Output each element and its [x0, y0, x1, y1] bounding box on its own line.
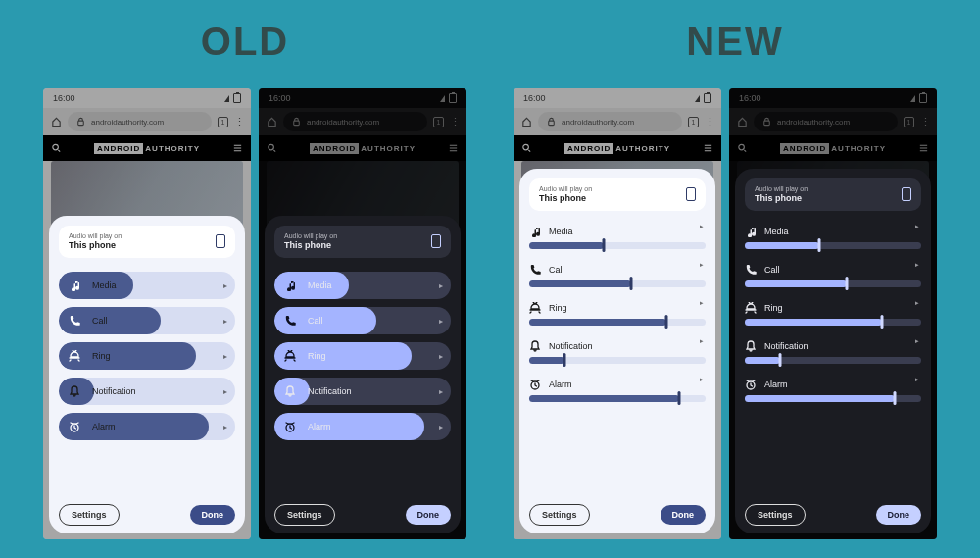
volume-slider-media[interactable]: Media ▸	[529, 226, 706, 249]
audio-output-label: Audio will play on	[539, 184, 592, 193]
volume-slider-call[interactable]: Call ▸	[59, 307, 235, 334]
volume-slider-notification[interactable]: Notification ▸	[59, 378, 235, 405]
slider-label: Notification	[764, 341, 808, 351]
volume-slider-alarm[interactable]: Alarm ▸	[59, 413, 235, 440]
chevron-right-icon: ▸	[223, 316, 227, 325]
phone-mock-new-light: 16:00 androidauthority.com 1 ⋮ ANDROIDAU…	[514, 88, 721, 539]
ring-icon	[284, 350, 296, 362]
slider-label: Alarm	[549, 380, 572, 389]
phone-mock-new-dark: 16:00 androidauthority.com 1 ⋮ ANDROIDAU…	[729, 88, 937, 539]
volume-slider-ring[interactable]: Ring ▸	[274, 342, 451, 370]
done-button[interactable]: Done	[876, 505, 922, 525]
phone-icon	[529, 264, 541, 276]
chevron-right-icon: ▸	[700, 261, 704, 269]
done-button[interactable]: Done	[661, 505, 707, 525]
volume-slider-ring[interactable]: Ring ▸	[745, 302, 921, 326]
audio-output-device: This phone	[539, 193, 592, 205]
done-button[interactable]: Done	[190, 505, 236, 525]
settings-button[interactable]: Settings	[59, 504, 120, 526]
chevron-right-icon: ▸	[700, 223, 704, 230]
music-note-icon	[284, 279, 296, 291]
slider-label: Ring	[549, 303, 567, 313]
phone-mock-old-light: 16:00 androidauthority.com 1 ⋮ ANDROIDAU…	[43, 88, 251, 539]
alarm-icon	[745, 379, 757, 390]
chevron-right-icon: ▸	[439, 316, 443, 325]
phone-icon	[69, 315, 80, 327]
chevron-right-icon: ▸	[915, 376, 919, 383]
heading-old: OLD	[0, 20, 490, 64]
volume-slider-ring[interactable]: Ring ▸	[529, 302, 706, 326]
slider-label: Media	[764, 227, 789, 236]
chevron-right-icon: ▸	[915, 337, 919, 345]
chevron-right-icon: ▸	[439, 351, 443, 360]
audio-output-card[interactable]: Audio will play on This phone	[274, 226, 451, 258]
slider-label: Notification	[549, 341, 593, 351]
settings-button[interactable]: Settings	[745, 504, 806, 526]
music-note-icon	[529, 226, 541, 237]
volume-slider-notification[interactable]: Notification ▸	[274, 378, 451, 405]
volume-slider-call[interactable]: Call ▸	[529, 264, 706, 287]
phone-icon	[284, 315, 296, 327]
slider-label: Alarm	[764, 380, 788, 389]
volume-slider-notification[interactable]: Notification ▸	[745, 340, 921, 364]
audio-output-card[interactable]: Audio will play on This phone	[59, 226, 235, 258]
audio-output-card[interactable]: Audio will play on This phone	[745, 178, 921, 211]
volume-slider-alarm[interactable]: Alarm ▸	[274, 413, 451, 440]
alarm-icon	[69, 421, 80, 432]
chevron-right-icon: ▸	[439, 422, 443, 431]
settings-button[interactable]: Settings	[274, 504, 335, 526]
slider-label: Call	[764, 265, 780, 275]
group-new: 16:00 androidauthority.com 1 ⋮ ANDROIDAU…	[514, 88, 937, 539]
slider-label: Notification	[308, 386, 352, 396]
audio-output-device: This phone	[755, 193, 808, 205]
ring-icon	[529, 302, 541, 314]
volume-slider-call[interactable]: Call ▸	[274, 307, 451, 334]
phone-icon	[745, 264, 757, 276]
volume-panel: Audio will play on This phone Media ▸ Ca…	[49, 216, 245, 533]
slider-label: Call	[549, 265, 564, 275]
volume-panel: Audio will play on This phone Media ▸ Ca…	[735, 169, 931, 533]
bell-icon	[284, 385, 296, 397]
volume-slider-notification[interactable]: Notification ▸	[529, 340, 706, 364]
volume-slider-media[interactable]: Media ▸	[274, 272, 451, 299]
slider-label: Notification	[92, 386, 136, 396]
volume-slider-alarm[interactable]: Alarm ▸	[745, 379, 921, 402]
volume-slider-call[interactable]: Call ▸	[745, 264, 921, 287]
ring-icon	[745, 302, 757, 314]
done-button[interactable]: Done	[406, 505, 452, 525]
slider-label: Ring	[764, 303, 783, 313]
alarm-icon	[284, 421, 296, 432]
chevron-right-icon: ▸	[915, 261, 919, 269]
chevron-right-icon: ▸	[439, 386, 443, 395]
audio-output-label: Audio will play on	[284, 231, 337, 240]
slider-label: Media	[549, 227, 573, 236]
heading-new: NEW	[490, 20, 980, 64]
audio-output-card[interactable]: Audio will play on This phone	[529, 178, 706, 211]
volume-slider-media[interactable]: Media ▸	[745, 226, 921, 249]
volume-panel: Audio will play on This phone Media ▸ Ca…	[519, 169, 715, 533]
volume-slider-media[interactable]: Media ▸	[59, 272, 235, 299]
volume-panel: Audio will play on This phone Media ▸ Ca…	[265, 216, 461, 533]
chevron-right-icon: ▸	[700, 376, 704, 383]
phone-mock-old-dark: 16:00 androidauthority.com 1 ⋮ ANDROIDAU…	[259, 88, 466, 539]
music-note-icon	[69, 279, 80, 291]
phone-device-icon	[431, 234, 441, 248]
alarm-icon	[529, 379, 541, 390]
phone-device-icon	[216, 234, 225, 248]
music-note-icon	[745, 226, 757, 237]
phone-device-icon	[902, 187, 911, 201]
chevron-right-icon: ▸	[915, 223, 919, 230]
chevron-right-icon: ▸	[700, 337, 704, 345]
settings-button[interactable]: Settings	[529, 504, 590, 526]
audio-output-device: This phone	[284, 240, 337, 252]
bell-icon	[529, 340, 541, 352]
chevron-right-icon: ▸	[223, 280, 227, 289]
volume-slider-ring[interactable]: Ring ▸	[59, 342, 235, 370]
audio-output-label: Audio will play on	[755, 184, 808, 193]
volume-slider-alarm[interactable]: Alarm ▸	[529, 379, 706, 402]
phone-device-icon	[686, 187, 696, 201]
bell-icon	[745, 340, 757, 352]
bell-icon	[69, 385, 80, 397]
chevron-right-icon: ▸	[439, 280, 443, 289]
chevron-right-icon: ▸	[915, 299, 919, 307]
